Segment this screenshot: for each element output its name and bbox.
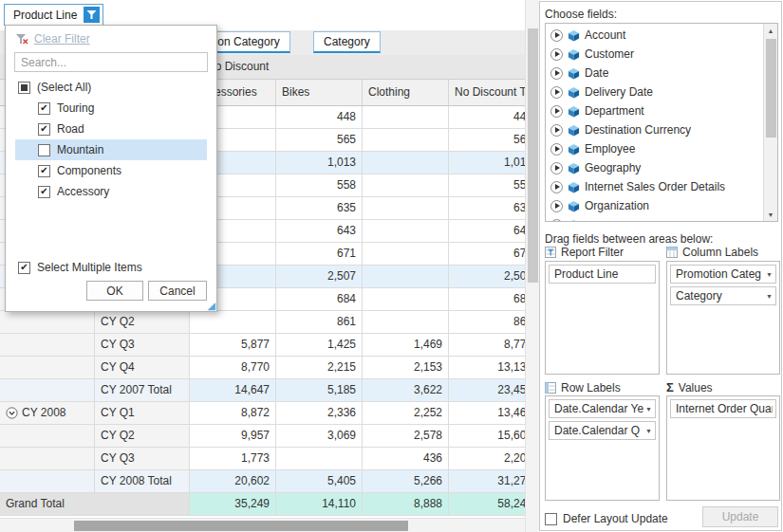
expand-icon[interactable] [550, 143, 563, 156]
expand-icon[interactable] [550, 86, 563, 99]
defer-layout-row[interactable]: Defer Layout Update [545, 512, 668, 525]
column-field-button-category[interactable]: Category [313, 31, 381, 53]
filter-item-checkbox[interactable]: ✔ [38, 186, 50, 198]
area-field-product-line[interactable]: Product Line [549, 265, 656, 284]
select-multiple-checkbox[interactable]: ✔ [18, 262, 30, 274]
filter-item-checkbox[interactable]: ✔ [38, 165, 50, 177]
field-item[interactable] [546, 215, 763, 221]
area-field-date-calendar-ye[interactable]: Date.Calendar Ye▼ [549, 399, 656, 418]
area-field-label: Product Line [554, 267, 652, 281]
expand-icon[interactable] [550, 67, 563, 80]
value-cell: 684 [449, 288, 525, 311]
dropdown-arrow-icon[interactable]: ▼ [766, 271, 773, 278]
pivot-row: CY 2008 Total20,6025,4055,26631,273 [0, 470, 525, 493]
filter-item-checkbox[interactable] [18, 82, 30, 94]
value-cell: 5,405 [276, 470, 363, 493]
field-item-organization[interactable]: Organization [546, 196, 763, 215]
value-cell: 2,215 [276, 357, 363, 379]
expand-icon[interactable] [550, 162, 563, 174]
dropdown-arrow-icon[interactable]: ▼ [766, 293, 773, 300]
column-labels-icon [666, 247, 678, 258]
column-header: Clothing [363, 80, 449, 106]
area-field-internet-order-quan[interactable]: Internet Order Quan [670, 399, 776, 418]
filter-item-select-all[interactable]: (Select All) [15, 77, 207, 98]
field-list-scrollbar[interactable]: ▲ ▼ [763, 24, 777, 221]
value-cell: 635 [449, 197, 525, 220]
horizontal-scroll-thumb[interactable] [74, 521, 408, 531]
value-cell: 31,273 [449, 470, 525, 493]
expand-icon[interactable] [550, 181, 563, 193]
field-item-label: Department [585, 104, 644, 118]
ok-button[interactable]: OK [86, 281, 143, 301]
filter-item-checkbox[interactable] [38, 144, 50, 156]
filter-item-checkbox[interactable]: ✔ [38, 123, 50, 136]
clear-filter-icon [15, 33, 28, 46]
scroll-up-icon[interactable]: ▲ [764, 24, 777, 37]
field-list-scroll-thumb[interactable] [766, 39, 776, 138]
report-filter-area[interactable]: Product Line [545, 261, 660, 375]
report-filter-field-button[interactable]: Product Line [4, 4, 103, 26]
dimension-cube-icon [568, 86, 580, 99]
row-labels-area[interactable]: Date.Calendar Ye▼Date.Calendar Q▼ [545, 395, 660, 501]
field-item-geography[interactable]: Geography [546, 158, 763, 177]
expand-icon[interactable] [550, 219, 563, 222]
row-header-year [0, 379, 95, 402]
pivot-horizontal-scrollbar[interactable] [0, 518, 525, 532]
values-area[interactable]: Internet Order Quan [666, 395, 780, 501]
filter-item-touring[interactable]: ✔Touring [15, 98, 207, 119]
expand-icon[interactable] [550, 200, 563, 212]
field-item-delivery-date[interactable]: Delivery Date [546, 83, 763, 101]
expand-icon[interactable] [550, 48, 563, 61]
defer-layout-checkbox[interactable] [545, 513, 557, 525]
area-field-date-calendar-q[interactable]: Date.Calendar Q▼ [549, 421, 656, 440]
vertical-scroll-thumb[interactable] [528, 28, 538, 283]
filter-item-components[interactable]: ✔Components [15, 160, 207, 181]
filter-active-icon[interactable] [84, 7, 100, 23]
select-multiple-row[interactable]: ✔ Select Multiple Items [15, 261, 207, 274]
value-cell: 14,647 [190, 379, 276, 402]
scroll-down-icon[interactable]: ▼ [764, 208, 777, 221]
pivot-vertical-scrollbar[interactable] [525, 0, 539, 532]
clear-filter-link[interactable]: Clear Filter [34, 32, 90, 46]
expand-icon[interactable] [550, 105, 563, 118]
row-header-quarter: CY Q2 [95, 311, 190, 334]
collapse-icon[interactable] [6, 407, 18, 419]
cancel-button[interactable]: Cancel [148, 281, 207, 301]
field-item-employee[interactable]: Employee [546, 139, 763, 158]
field-item-department[interactable]: Department [546, 101, 763, 120]
area-field-category[interactable]: Category▼ [670, 286, 776, 305]
update-button[interactable]: Update [702, 506, 778, 527]
column-labels-area[interactable]: Promotion Categ▼Category▼ [666, 261, 780, 375]
value-cell: 3,069 [276, 425, 363, 448]
row-header-year [0, 425, 95, 448]
report-filter-field-label: Product Line [13, 9, 77, 22]
field-item-customer[interactable]: Customer [546, 45, 763, 64]
dimension-cube-icon [568, 162, 580, 174]
field-item-account[interactable]: Account [546, 26, 763, 45]
clear-filter-row[interactable]: Clear Filter [15, 32, 207, 46]
dropdown-arrow-icon[interactable]: ▼ [645, 428, 652, 434]
filter-item-label: Road [57, 122, 84, 136]
popup-resize-grip[interactable]: ◢ [208, 301, 215, 311]
filter-item-checkbox[interactable]: ✔ [38, 102, 50, 115]
filter-popup: Clear Filter (Select All)✔Touring✔RoadMo… [5, 25, 217, 312]
dimension-cube-icon [568, 124, 580, 137]
value-cell: 684 [276, 288, 363, 311]
filter-search-input[interactable] [14, 52, 208, 72]
filter-item-label: Touring [57, 101, 94, 115]
expand-icon[interactable] [550, 29, 563, 42]
filter-item-mountain[interactable]: Mountain [15, 139, 207, 160]
field-item-date[interactable]: Date [546, 64, 763, 83]
expand-icon[interactable] [550, 124, 563, 137]
filter-item-road[interactable]: ✔Road [15, 119, 207, 139]
filter-item-accessory[interactable]: ✔Accessory [15, 181, 207, 202]
value-cell: 565 [276, 129, 363, 152]
row-header-quarter: CY Q2 [95, 425, 190, 448]
area-field-promotion-categ[interactable]: Promotion Categ▼ [670, 265, 776, 284]
value-cell: 1,013 [449, 152, 525, 174]
filter-item-label: (Select All) [37, 81, 91, 94]
dropdown-arrow-icon[interactable]: ▼ [645, 406, 652, 413]
field-item-destination-currency[interactable]: Destination Currency [546, 120, 763, 139]
field-item-internet-sales-order-details[interactable]: Internet Sales Order Details [546, 177, 763, 196]
filter-item-label: Components [57, 164, 121, 177]
